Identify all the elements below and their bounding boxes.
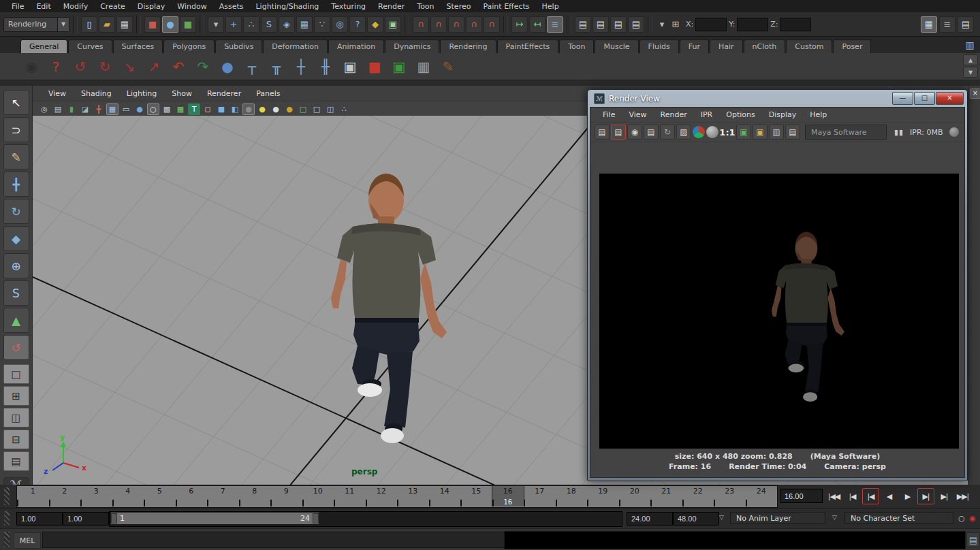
texture-view-icon[interactable]: T [188,103,200,115]
menu-item[interactable]: Lighting/Shading [249,2,325,11]
mask-joints-icon[interactable]: ∴ [243,16,259,33]
light-gold-icon[interactable]: ● [283,103,296,115]
shelf-tab[interactable]: Surfaces [113,39,163,53]
frame-cell[interactable]: 19 [587,486,619,507]
scale-tool[interactable]: ◆ [3,226,29,251]
render-view-menu-item[interactable]: Render [654,110,694,119]
menu-item[interactable]: Texturing [325,2,372,11]
menu-item[interactable]: Paint Effects [477,2,535,11]
minimize-button[interactable]: — [892,92,913,105]
pan-zoom-camera-icon[interactable]: ◎ [38,103,50,115]
script-editor-icon[interactable]: ▤ [966,532,980,547]
shelf-tab[interactable]: General [20,39,67,53]
shelf-tab[interactable]: Deformation [263,39,328,53]
range-start-handle[interactable] [111,513,117,523]
persp-outliner-layout-button[interactable]: ◫ [3,408,29,427]
four-pane-layout-button[interactable]: ⊞ [3,386,29,406]
ipr-stop-icon[interactable] [949,127,959,137]
channel-box-toggle-icon[interactable]: ▦ [921,16,937,33]
y-coordinate-field[interactable] [737,18,768,31]
grid-toggle-icon[interactable]: ▦ [106,103,118,115]
mask-dropdown-icon[interactable]: ▾ [208,16,224,33]
playback-end-field[interactable] [627,512,673,525]
alpha-channel-icon[interactable] [706,126,718,138]
bookmark-icon[interactable]: ▮ [65,103,78,115]
mask-rendering-icon[interactable]: ◎ [332,16,348,33]
connections-icon[interactable]: ∴ [338,103,350,115]
snap-curve-magnet-icon[interactable]: ∩ [430,16,447,33]
joint-pair-icon[interactable]: ┼ [290,56,312,78]
wireframe-on-shaded-icon[interactable]: □ [311,103,323,115]
play-forwards-button[interactable]: ▶ [899,488,916,504]
maximize-button[interactable]: □ [914,92,935,105]
menu-item[interactable]: Window [171,2,212,11]
current-time-field[interactable] [780,489,823,503]
display-real-size-icon[interactable]: ▣ [736,125,751,140]
snap-plane-magnet-icon[interactable]: ∩ [466,16,482,33]
gate-mask-icon[interactable]: ▩ [161,103,173,115]
show-manipulator-tool[interactable]: ▲ [3,308,29,333]
layer-editor-toggle-icon[interactable]: ▤ [958,16,974,33]
animation-start-field[interactable] [16,512,63,525]
frame-cell[interactable]: 4 [112,486,144,507]
go-to-end-button[interactable]: ▶▶| [954,488,971,504]
mask-misc-icon[interactable]: ? [349,16,366,33]
last-tool-used[interactable]: ↺ [3,335,29,360]
mel-command-input[interactable] [42,532,508,548]
open-scene-icon[interactable]: ▰ [99,16,115,33]
delete-history-icon[interactable]: ● [217,56,238,78]
viewport-menu-item[interactable]: View [41,89,74,98]
duplicate-object-icon[interactable]: ■ [364,56,385,78]
absolute-relative-entry-icon[interactable]: ⊞ [669,16,682,33]
menu-item[interactable]: Stereo [441,2,477,11]
shelf-tab[interactable]: Curves [68,39,112,53]
range-end-handle[interactable] [313,513,319,523]
move-pivot-icon[interactable]: ╋ [93,103,105,115]
frame-cell[interactable]: 9 [270,486,302,507]
inputs-to-selected-icon[interactable]: ↦ [511,16,528,33]
select-component-mode-icon[interactable]: ■ [180,16,196,33]
image-plane-icon[interactable]: ◪ [79,103,91,115]
set-key-icon[interactable]: ○ [956,513,967,523]
mask-curves-icon[interactable]: S [261,16,277,33]
render-view-titlebar[interactable]: ℳ Render View — □ × [590,90,965,107]
renderer-dropdown[interactable]: Maya Software [805,125,887,140]
camera-tumble-icon[interactable]: ↺ [69,56,91,78]
render-view-menu-item[interactable]: IPR [694,110,720,119]
render-icon[interactable]: ▤ [595,125,610,140]
render-view-menu-item[interactable]: File [596,110,622,119]
frame-cell[interactable]: 14 [429,486,461,507]
chevron-down-icon[interactable]: ▽ [719,514,724,521]
new-scene-icon[interactable]: ▯ [81,16,97,33]
open-render-settings-icon[interactable]: ▤ [785,125,800,140]
select-tool[interactable]: ↖ [3,90,29,115]
rendered-image[interactable] [599,174,959,449]
shelf-scroll-up-button[interactable]: ▲ [963,54,978,65]
playback-start-field[interactable] [63,512,109,525]
keep-image-icon[interactable]: ▣ [753,125,768,140]
play-backwards-button[interactable]: ◀ [881,488,898,504]
shaded-sphere-icon[interactable]: ● [133,103,146,115]
snap-point-magnet-icon[interactable]: ∩ [448,16,464,33]
viewport-menu-item[interactable]: Show [164,89,200,98]
movie-projector-icon[interactable]: ◉ [20,56,42,78]
shelf-tab[interactable]: Subdivs [215,39,262,53]
ipr-render-icon[interactable]: ▤ [610,16,627,33]
ipr-render-icon[interactable]: ▤ [644,125,659,140]
shelf-tab[interactable]: Fluids [639,39,679,53]
frame-cell[interactable]: 18 [556,486,588,507]
rgb-channels-icon[interactable] [693,126,705,138]
go-to-start-button[interactable]: |◀◀ [825,488,842,504]
viewport-menu-item[interactable]: Lighting [119,89,164,98]
persp-graph-layout-button[interactable]: ⊟ [3,430,29,449]
frame-cell[interactable]: 15 [460,486,492,507]
redo-icon[interactable]: ↷ [192,56,214,78]
frame-cell[interactable]: 6 [176,486,208,507]
universal-manipulator-tool[interactable]: ⊕ [3,253,29,278]
hypergraph-window-icon[interactable]: ▣ [339,56,361,78]
field-chart-icon[interactable]: ▦ [174,103,187,115]
zoom-one-to-one-icon[interactable]: 1:1 [720,125,735,140]
highlight-selection-icon[interactable]: ▣ [385,16,401,33]
refresh-ipr-icon[interactable]: ↻ [660,125,675,140]
range-slider-grip[interactable] [4,511,10,525]
